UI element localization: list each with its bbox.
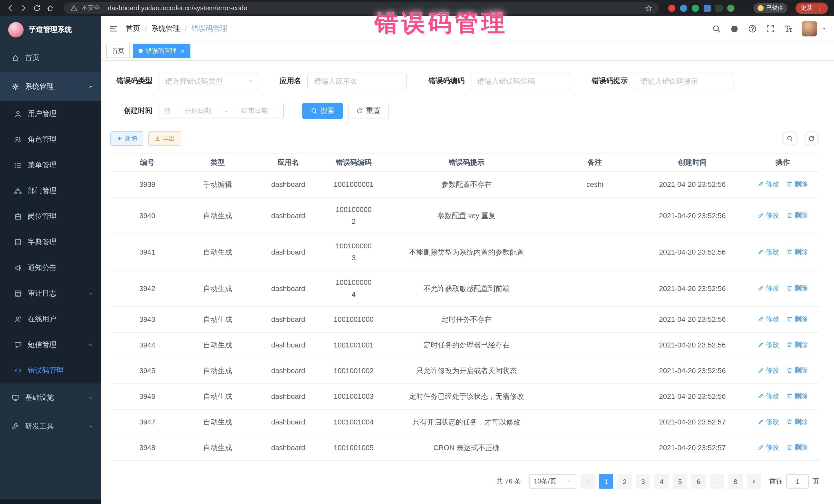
breadcrumb-item[interactable]: 首页 [126, 24, 140, 33]
page-button-2[interactable]: 2 [617, 474, 632, 489]
red-circle-extension-icon[interactable] [668, 4, 675, 12]
date-end-placeholder[interactable]: 结束日期 [231, 106, 279, 115]
sidebar-item-dev-tools[interactable]: 研发工具 [0, 412, 101, 441]
delete-button[interactable]: 删除 [786, 313, 808, 325]
sidebar-item-notice[interactable]: 通知公告 [0, 255, 101, 281]
edit-button[interactable]: 修改 [758, 441, 779, 453]
menu-list-icon [14, 161, 22, 169]
next-page-button[interactable] [747, 474, 761, 489]
browser-home-icon[interactable] [46, 4, 54, 12]
search-icon[interactable] [712, 24, 721, 33]
notice-icon [14, 264, 22, 272]
sidebar-item-infra[interactable]: 基础设施 [0, 384, 101, 412]
delete-button[interactable]: 删除 [786, 282, 808, 294]
delete-button[interactable]: 删除 [786, 209, 808, 221]
sidebar-item-home[interactable]: 首页 [0, 44, 101, 72]
blue-grid-extension-icon[interactable] [704, 4, 711, 12]
fullscreen-icon[interactable] [766, 24, 775, 33]
export-button[interactable]: 导出 [148, 131, 181, 146]
sidebar-item-user[interactable]: 用户管理 [0, 101, 101, 127]
font-size-icon[interactable] [784, 24, 793, 33]
reload-icon[interactable] [33, 4, 41, 12]
delete-button[interactable]: 删除 [786, 365, 808, 376]
hamburger-button[interactable] [109, 24, 118, 33]
app-cell: dashboard [251, 307, 325, 332]
back-icon[interactable] [6, 4, 14, 12]
app-logo[interactable]: 芋道管理系统 [0, 16, 101, 44]
page-button-3[interactable]: 3 [636, 474, 650, 489]
edit-button[interactable]: 修改 [758, 178, 779, 190]
green-check-extension-icon[interactable] [692, 4, 699, 12]
sidebar-item-dict[interactable]: 字典管理 [0, 229, 101, 255]
app-cell: dashboard [251, 332, 325, 358]
delete-button[interactable]: 删除 [786, 178, 808, 190]
error-code-input[interactable] [470, 73, 570, 89]
error-type-select[interactable] [159, 73, 258, 89]
sidebar-item-menu[interactable]: 菜单管理 [0, 152, 101, 178]
edit-button[interactable]: 修改 [758, 365, 779, 376]
github-icon[interactable] [730, 24, 739, 33]
tab-home[interactable]: 首页 [106, 44, 130, 58]
delete-button[interactable]: 删除 [786, 416, 808, 428]
sidebar-item-system[interactable]: 系统管理 [0, 72, 101, 101]
page-button-5[interactable]: 5 [673, 474, 687, 489]
paused-extension-badge[interactable]: 已暂停 [753, 3, 787, 13]
sidebar-item-post[interactable]: 岗位管理 [0, 204, 101, 229]
help-icon[interactable] [748, 24, 757, 33]
search-button[interactable]: 搜索 [302, 103, 343, 119]
green-leaf-extension-icon[interactable] [727, 4, 734, 12]
error-hint-input[interactable] [634, 73, 733, 89]
prev-page-button[interactable] [580, 474, 595, 489]
edit-button[interactable]: 修改 [758, 416, 779, 428]
delete-button[interactable]: 删除 [786, 339, 808, 351]
page-button-4[interactable]: 4 [654, 474, 669, 489]
update-label: 更新 [800, 4, 813, 12]
edit-button[interactable]: 修改 [758, 339, 779, 351]
add-button[interactable]: 新增 [110, 131, 143, 146]
goto-page-input[interactable] [786, 474, 809, 489]
search-toggle-button[interactable] [782, 131, 797, 146]
date-start-placeholder[interactable]: 开始日期 [174, 106, 222, 115]
page-button-1[interactable]: 1 [599, 474, 613, 489]
forward-icon[interactable] [20, 4, 28, 12]
delete-button[interactable]: 删除 [786, 390, 808, 402]
edit-button[interactable]: 修改 [758, 246, 779, 257]
app-title: 芋道管理系统 [29, 25, 72, 35]
sidebar-item-error-code[interactable]: 错误码管理 [0, 358, 101, 384]
user-avatar[interactable] [802, 21, 817, 36]
error-code-table: 编号类型应用名错误码编码错误码提示备注创建时间操作 3939手动编辑dashbo… [110, 153, 819, 461]
sidebar-item-role[interactable]: 角色管理 [0, 127, 101, 152]
page-size-select[interactable]: 10条/页 [529, 474, 576, 489]
tab-close-icon[interactable]: × [181, 47, 184, 54]
url-text[interactable]: dashboard.yudao.iocoder.cn/system/error-… [108, 4, 247, 12]
edit-button[interactable]: 修改 [758, 390, 779, 402]
delete-button[interactable]: 删除 [786, 441, 808, 453]
delete-button[interactable]: 删除 [786, 246, 808, 257]
page-ellipsis[interactable]: ··· [710, 474, 724, 489]
sidebar-collapse-bar[interactable] [0, 499, 101, 504]
tab-error-code[interactable]: 错误码管理× [133, 44, 190, 58]
sidebar-item-sms[interactable]: 短信管理 [0, 332, 101, 358]
dark-on-extension-icon[interactable] [716, 4, 723, 12]
reset-button[interactable]: 重置 [348, 103, 389, 119]
page-button-8[interactable]: 8 [728, 474, 743, 489]
black-plug-extension-icon[interactable] [739, 4, 746, 12]
date-range-picker[interactable]: 开始日期 - 结束日期 [159, 103, 284, 119]
avatar-caret-down-icon[interactable] [822, 26, 827, 31]
edit-button[interactable]: 修改 [758, 209, 779, 221]
bookmark-star-icon[interactable] [644, 4, 653, 12]
breadcrumb-item[interactable]: 系统管理 [151, 24, 180, 33]
blue-drop-extension-icon[interactable] [680, 4, 687, 12]
kebab-menu-icon[interactable]: ⋮ [816, 5, 823, 11]
edit-button[interactable]: 修改 [758, 313, 779, 325]
browser-update-button[interactable]: 更新 ⋮ [795, 2, 828, 14]
refresh-button[interactable] [804, 131, 819, 146]
sidebar-item-online-user[interactable]: 在线用户 [0, 306, 101, 332]
sidebar-item-dept[interactable]: 部门管理 [0, 178, 101, 204]
edit-button[interactable]: 修改 [758, 282, 779, 294]
edit-icon [758, 367, 764, 374]
page-button-6[interactable]: 6 [691, 474, 706, 489]
app-name-input[interactable] [307, 73, 407, 89]
sidebar-item-audit-log[interactable]: 审计日志 [0, 281, 101, 306]
address-bar[interactable]: 不安全 dashboard.yudao.iocoder.cn/system/er… [64, 2, 659, 14]
